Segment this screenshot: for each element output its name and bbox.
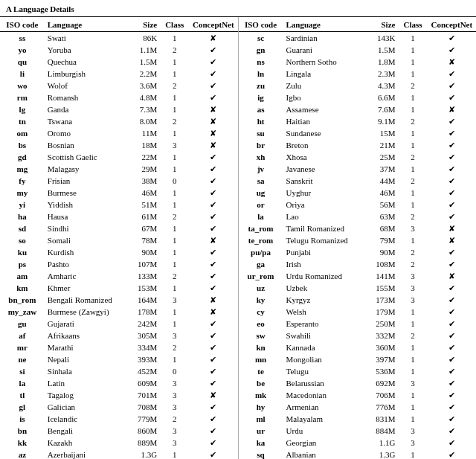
table-header-row: ISO code Language Size Class ConceptNet (0, 17, 238, 32)
cell-iso: pu/pa (239, 246, 283, 258)
cell-language: Ganda (45, 103, 127, 115)
cell-size: 609M (126, 377, 160, 389)
cross-icon: ✘ (189, 294, 237, 306)
cell-class: 3 (398, 377, 427, 389)
cell-size: 2.2M (126, 68, 160, 80)
table-row: urUrdu884M3✔ (239, 425, 477, 437)
cell-class: 1 (160, 92, 189, 103)
cell-iso: te (239, 365, 283, 377)
check-icon: ✔ (189, 211, 237, 222)
check-icon: ✔ (428, 187, 476, 199)
cell-iso: zu (239, 80, 283, 92)
check-icon: ✔ (189, 80, 237, 92)
cell-language: Mongolian (283, 353, 365, 365)
cell-class: 3 (398, 437, 427, 449)
cell-iso: km (0, 282, 45, 294)
cell-class: 1 (160, 234, 189, 246)
cell-language: Scottish Gaelic (45, 151, 127, 163)
cell-class: 2 (398, 246, 427, 258)
cross-icon: ✘ (189, 139, 237, 151)
table-row: woWolof3.6M2✔ (0, 80, 238, 92)
cell-iso: ig (239, 92, 283, 103)
cell-iso: be (239, 377, 283, 389)
table-row: tlTagalog701M3✘ (0, 389, 238, 401)
cell-class: 1 (160, 258, 189, 270)
col-conceptnet: ConceptNet (189, 17, 237, 32)
check-icon: ✔ (428, 32, 476, 45)
check-icon: ✔ (189, 187, 237, 199)
cell-class: 1 (160, 449, 189, 459)
cell-language: Georgian (283, 437, 365, 449)
cell-language: Frisian (45, 175, 127, 187)
cell-language: Urdu Romanized (283, 270, 365, 282)
table-row: bnBengali860M3✔ (0, 425, 238, 437)
cell-language: Marathi (45, 341, 127, 353)
table-row: zuZulu4.3M2✔ (239, 80, 477, 92)
table-row: rmRomansh4.8M1✔ (0, 92, 238, 103)
check-icon: ✔ (428, 211, 476, 222)
cell-language: Zulu (283, 80, 365, 92)
table-row: teTelugu536M1✔ (239, 365, 477, 377)
cell-size: 2.3M (364, 68, 398, 80)
table-row: mkMacedonian706M1✔ (239, 389, 477, 401)
check-icon: ✔ (428, 306, 476, 318)
check-icon: ✔ (189, 92, 237, 103)
cell-language: Breton (283, 139, 365, 151)
cell-language: Sardinian (283, 32, 365, 45)
cell-language: Urdu (283, 425, 365, 437)
cell-iso: uz (239, 282, 283, 294)
cell-size: 56M (364, 199, 398, 211)
cell-class: 3 (398, 294, 427, 306)
cell-iso: mk (239, 389, 283, 401)
cell-iso: my_zaw (0, 306, 45, 318)
check-icon: ✔ (189, 175, 237, 187)
cell-size: 37M (364, 163, 398, 175)
cross-icon: ✘ (189, 389, 237, 401)
cell-language: Bengali Romanized (45, 294, 127, 306)
cell-size: 776M (364, 401, 398, 413)
cell-iso: my (0, 187, 45, 199)
cell-size: 692M (364, 377, 398, 389)
col-size: Size (364, 17, 398, 32)
cell-size: 397M (364, 353, 398, 365)
cell-class: 3 (160, 425, 189, 437)
cross-icon: ✘ (189, 103, 237, 115)
check-icon: ✔ (189, 318, 237, 330)
cell-class: 1 (398, 389, 427, 401)
check-icon: ✔ (428, 163, 476, 175)
table-row: kaGeorgian1.1G3✔ (239, 437, 477, 449)
cell-language: Telugu Romanized (283, 234, 365, 246)
cell-size: 7.6M (364, 103, 398, 115)
cell-language: Pashto (45, 258, 127, 270)
cell-language: Oriya (283, 199, 365, 211)
table-row: asAssamese7.6M1✘ (239, 103, 477, 115)
table-row: te_romTelugu Romanized79M1✘ (239, 234, 477, 246)
table-row: knKannada360M1✔ (239, 341, 477, 353)
check-icon: ✔ (189, 258, 237, 270)
check-icon: ✔ (189, 401, 237, 413)
cell-iso: qu (0, 56, 45, 68)
check-icon: ✔ (428, 330, 476, 341)
cell-class: 1 (160, 103, 189, 115)
cell-language: Somali (45, 234, 127, 246)
table-row: my_zawBurmese (Zawgyi)178M1✘ (0, 306, 238, 318)
table-row: psPashto107M1✔ (0, 258, 238, 270)
cell-class: 1 (398, 163, 427, 175)
table-header-row: ISO code Language Size Class ConceptNet (239, 17, 477, 32)
cell-size: 178M (126, 306, 160, 318)
check-icon: ✔ (428, 175, 476, 187)
cell-iso: ky (239, 294, 283, 306)
cross-icon: ✘ (428, 270, 476, 282)
cell-size: 11M (126, 127, 160, 139)
col-lang: Language (45, 17, 127, 32)
cell-language: Armenian (283, 401, 365, 413)
cell-size: 6.6M (364, 92, 398, 103)
cell-iso: wo (0, 80, 45, 92)
cell-language: Haitian (283, 115, 365, 127)
cell-class: 2 (398, 258, 427, 270)
cell-language: Burmese (45, 187, 127, 199)
cell-size: 1.1M (126, 44, 160, 56)
cell-class: 3 (160, 330, 189, 341)
cell-class: 1 (160, 282, 189, 294)
cell-class: 1 (398, 199, 427, 211)
